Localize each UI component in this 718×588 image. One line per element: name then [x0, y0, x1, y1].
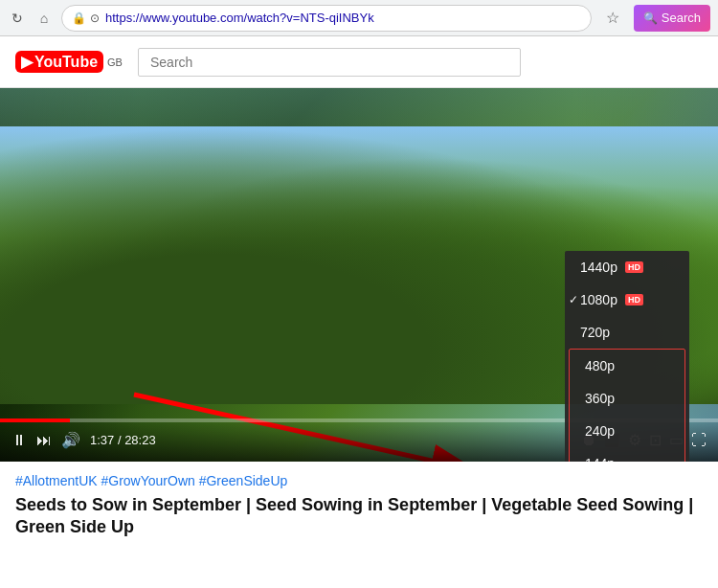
quality-1440p[interactable]: 1440pHD — [565, 251, 689, 283]
info-icon: ⊙ — [90, 11, 100, 25]
youtube-search-input[interactable] — [138, 48, 521, 77]
quality-1440p-label: 1440p — [580, 260, 617, 275]
quality-720p[interactable]: 720p — [565, 316, 689, 349]
url-prefix: https://www.youtube.com/ — [105, 11, 247, 25]
refresh-button[interactable]: ↻ — [8, 9, 27, 28]
quality-360p[interactable]: 360p — [570, 382, 684, 415]
quality-1080p[interactable]: 1080pHD — [565, 283, 689, 316]
video-info: #AllotmentUK #GrowYourOwn #GreenSideUp S… — [0, 462, 718, 551]
quality-144p-label: 144p — [585, 456, 615, 462]
youtube-logo[interactable]: YouTube GB — [15, 51, 123, 73]
pause-button[interactable]: ⏸ — [11, 432, 27, 449]
fullscreen-button[interactable]: ⛶ — [691, 432, 707, 449]
home-button[interactable]: ⌂ — [34, 9, 54, 28]
quality-480p-label: 480p — [585, 358, 615, 373]
quality-360p-label: 360p — [585, 391, 615, 406]
browser-bar: ↻ ⌂ 🔒 ⊙ https://www.youtube.com/watch?v=… — [0, 0, 718, 36]
address-bar[interactable]: 🔒 ⊙ https://www.youtube.com/watch?v=NTS-… — [61, 5, 592, 32]
url-text: https://www.youtube.com/watch?v=NTS-qiIN… — [105, 11, 581, 25]
youtube-region: GB — [107, 57, 123, 68]
time-display: 1:37 / 28:23 — [90, 433, 156, 447]
hd-badge-1440p: HD — [625, 261, 643, 273]
video-player[interactable]: 1440pHD 1080pHD 720p 480p 360p 240p 144p — [0, 88, 718, 462]
quality-240p[interactable]: 240p — [570, 415, 684, 447]
url-path: watch?v=NTS-qiINBYk — [247, 11, 374, 25]
quality-144p[interactable]: 144p — [570, 447, 684, 462]
next-button[interactable]: ⏭ — [36, 432, 52, 449]
quality-menu: 1440pHD 1080pHD 720p 480p 360p 240p 144p — [565, 251, 689, 462]
search-button[interactable]: 🔍 Search — [634, 5, 710, 32]
security-icons: 🔒 ⊙ — [72, 11, 100, 25]
search-icon: 🔍 — [643, 11, 658, 25]
hd-badge-1080p: HD — [625, 294, 643, 305]
quality-480p[interactable]: 480p — [570, 350, 684, 382]
video-title: Seeds to Sow in September | Seed Sowing … — [15, 494, 703, 539]
quality-1080p-label: 1080p — [580, 292, 617, 307]
browser-controls: ↻ ⌂ — [8, 9, 54, 28]
quality-720p-label: 720p — [580, 325, 610, 340]
youtube-header: YouTube GB — [0, 36, 718, 88]
bookmark-button[interactable]: ☆ — [599, 5, 626, 32]
shield-icon: 🔒 — [72, 11, 86, 25]
search-label: Search — [662, 11, 701, 25]
quality-240p-label: 240p — [585, 423, 615, 439]
video-tags[interactable]: #AllotmentUK #GrowYourOwn #GreenSideUp — [15, 473, 703, 488]
volume-button[interactable]: 🔊 — [61, 431, 80, 449]
youtube-logo-icon: YouTube — [15, 51, 103, 73]
progress-fill — [0, 418, 70, 422]
